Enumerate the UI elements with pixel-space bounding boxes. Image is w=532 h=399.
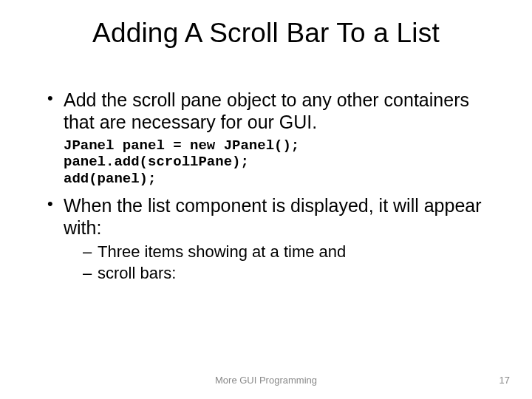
slide: Adding A Scroll Bar To a List Add the sc… [0, 0, 532, 399]
bullet-item: When the list component is displayed, it… [47, 194, 495, 284]
slide-content: Add the scroll pane object to any other … [47, 89, 495, 288]
bullet-item: Add the scroll pane object to any other … [47, 89, 495, 133]
slide-title: Adding A Scroll Bar To a List [0, 18, 532, 49]
bullet-list: Add the scroll pane object to any other … [47, 89, 495, 133]
footer-text: More GUI Programming [0, 375, 532, 386]
sub-bullet-list: Three items showing at a time and scroll… [64, 242, 495, 284]
sub-bullet-item: Three items showing at a time and [83, 242, 495, 263]
sub-bullet-item: scroll bars: [83, 263, 495, 284]
page-number: 17 [499, 375, 510, 386]
bullet-text: When the list component is displayed, it… [64, 195, 482, 238]
code-block: JPanel panel = new JPanel(); panel.add(s… [64, 137, 495, 187]
bullet-list: When the list component is displayed, it… [47, 194, 495, 284]
